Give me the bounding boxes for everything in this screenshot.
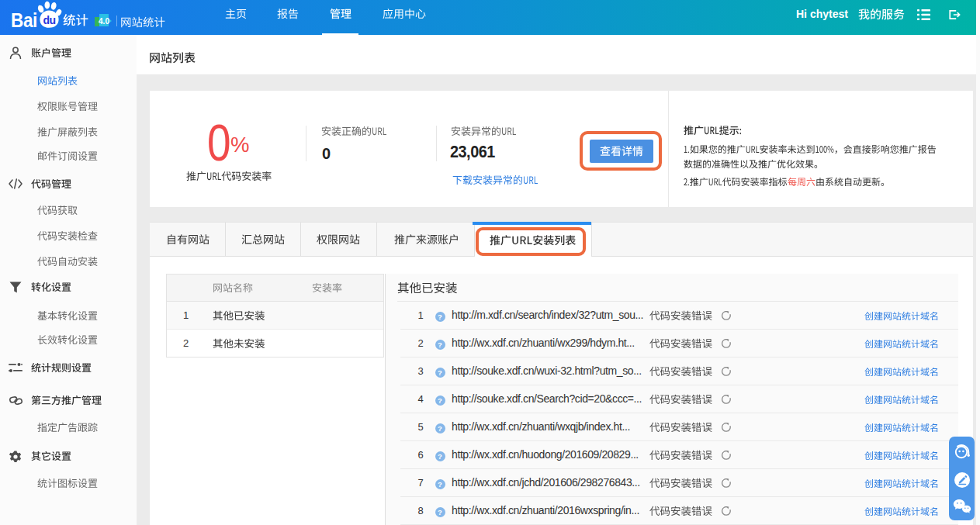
svg-text:4.0: 4.0 — [99, 17, 109, 26]
svg-text:du: du — [43, 14, 55, 26]
